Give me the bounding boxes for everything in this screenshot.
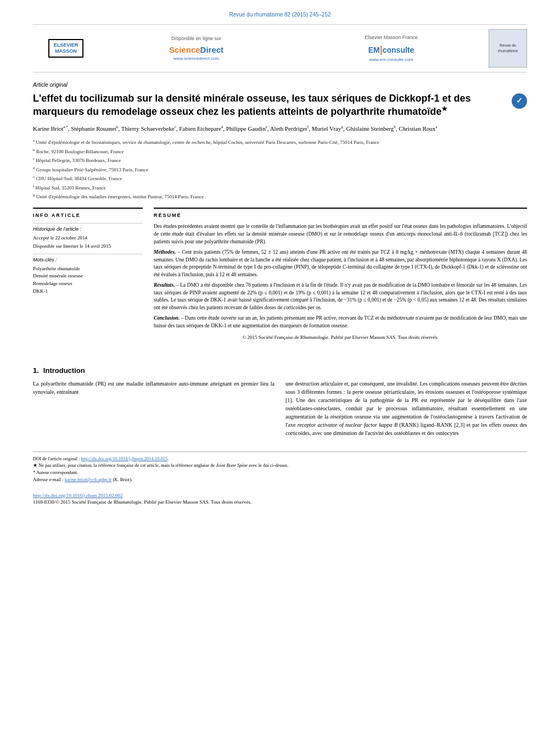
- footnote-email: Adresse e-mail : karine.briot@cch.aphp.f…: [33, 476, 527, 483]
- affiliation-d: d Groupe hospitalier Pitié-Salpêtrière, …: [33, 165, 527, 174]
- affiliation-g: g Unité d'épidémiologie des maladies éme…: [33, 192, 527, 201]
- sciencedirect-logo: Disponible en ligne sur ScienceDirect ww…: [99, 35, 294, 62]
- journal-title: Revue du rhumatisme 82 (2015) 245–252: [33, 11, 527, 19]
- em-consulte-label: EM|consulte: [294, 43, 489, 57]
- affiliation-c: c Hôpital Pellegrin, 33076 Bordeaux, Fra…: [33, 156, 527, 165]
- affiliation-f: f Hôpital Sud, 35203 Rennes, France: [33, 183, 527, 192]
- keyword-2: Densité minérale osseuse: [33, 272, 143, 280]
- article-title: L'effet du tocilizumab sur la densité mi…: [33, 92, 527, 119]
- doi-footer-link[interactable]: http://dx.doi.org/10.1016/j.rhum.2015.02…: [33, 493, 123, 498]
- footnote-author-corr: * Auteur correspondant.: [33, 469, 527, 476]
- footnote-star: ★ Ne pas utiliser, pour citation, la réf…: [33, 462, 527, 469]
- affiliations-block: a Unité d'épidémiologie et de biostatist…: [33, 138, 527, 201]
- intro-columns: La polyarthrite rhumatoïde (PR) est une …: [33, 380, 527, 440]
- keyword-3: Remodelage osseux: [33, 280, 143, 287]
- intro-section-title: Introduction: [43, 366, 85, 376]
- affiliation-b: b Roche, 92100 Boulogne-Billancourt, Fra…: [33, 147, 527, 156]
- info-article-title: INFO ARTICLE: [33, 212, 143, 219]
- info-resume-block: INFO ARTICLE Historique de l'article : A…: [33, 208, 527, 344]
- resume-para-conclusion: Conclusion. – Dans cette étude ouverte s…: [154, 315, 527, 330]
- resume-text: Des études précédentes avaient montré qu…: [154, 223, 527, 341]
- intro-section-num: 1.: [33, 366, 39, 376]
- doi-footer[interactable]: http://dx.doi.org/10.1016/j.rhum.2015.02…: [33, 492, 527, 499]
- keyword-4: DKK-1: [33, 288, 143, 295]
- keyword-1: Polyarthrite rhumatoïde: [33, 265, 143, 272]
- crossmark-icon: ✓: [512, 93, 527, 109]
- affiliation-e: e CHU Hôpital-Sud, 38434 Grenoble, Franc…: [33, 174, 527, 183]
- accepted-date: Accepté le 22 octobre 2014: [33, 235, 143, 242]
- article-title-block: ✓ L'effet du tocilizumab sur la densité …: [33, 92, 527, 119]
- intro-col-left: La polyarthrite rhumatoïde (PR) est une …: [33, 380, 275, 440]
- elsevier-logo: ELSEVIER MASSON: [33, 39, 99, 58]
- doi-original-link[interactable]: http://dx.doi.org/10.1016/j.jbspin.2014.…: [81, 456, 167, 461]
- info-article-panel: INFO ARTICLE Historique de l'article : A…: [33, 208, 143, 344]
- article-type: Article original: [33, 81, 527, 89]
- resume-para-resultats: Résultats. – La DMO a été disponible che…: [154, 282, 527, 312]
- header-logos: ELSEVIER MASSON Disponible en ligne sur …: [33, 24, 527, 72]
- available-online-date: Disponible sur Internet le 14 avril 2015: [33, 243, 143, 250]
- keywords-block: Mots-clés : Polyarthrite rhumatoïde Dens…: [33, 254, 143, 294]
- elsevier-masson-label: Elsevier Masson France: [294, 34, 489, 41]
- sd-url[interactable]: www.sciencedirect.com: [99, 55, 294, 62]
- intro-col-right: une destruction articulaire et, par cons…: [285, 380, 527, 440]
- footnote-doi: DOI de l'article original : http://dx.do…: [33, 455, 527, 462]
- copyright-text: © 2015 Société Française de Rhumatologie…: [154, 334, 527, 341]
- crossmark-badge[interactable]: ✓: [512, 93, 527, 109]
- em-consulte-logo: Elsevier Masson France EM|consulte www.e…: [294, 34, 489, 63]
- resume-para-methodes: Méthodes. – Cent trois patients (75% de …: [154, 249, 527, 279]
- introduction-section: 1. Introduction La polyarthrite rhumatoï…: [33, 355, 527, 440]
- keywords-label: Mots-clés :: [33, 256, 143, 264]
- em-url[interactable]: www.em-consulte.com: [294, 57, 489, 63]
- history-label: Historique de l'article :: [33, 223, 143, 233]
- journal-thumbnail: Revue du rhumatisme: [489, 29, 527, 68]
- affiliation-a: a Unité d'épidémiologie et de biostatist…: [33, 138, 527, 147]
- resume-title: RÉSUMÉ: [154, 212, 527, 219]
- elsevier-box: ELSEVIER MASSON: [48, 39, 84, 58]
- page: Revue du rhumatisme 82 (2015) 245–252 EL…: [0, 0, 560, 742]
- sciencedirect-label: ScienceDirect: [99, 44, 294, 55]
- authors-line: Karine Briota,*, Stéphanie Rouanetb, Thi…: [33, 124, 527, 134]
- intro-section-header: 1. Introduction: [33, 355, 527, 376]
- footnotes-block: DOI de l'article original : http://dx.do…: [33, 451, 527, 483]
- issn-footer: 1169-8330/© 2015 Société Française de Rh…: [33, 499, 527, 506]
- email-link[interactable]: karine.briot@cch.aphp.fr: [65, 477, 111, 482]
- resume-panel: RÉSUMÉ Des études précédentes avaient mo…: [154, 208, 527, 344]
- resume-para-intro: Des études précédentes avaient montré qu…: [154, 223, 527, 246]
